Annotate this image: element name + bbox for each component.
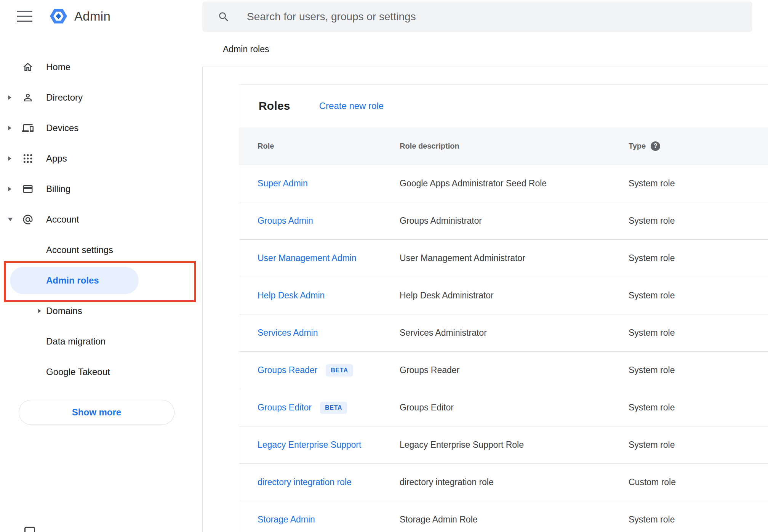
- column-header-type: Type ?: [629, 141, 768, 151]
- sidebar-item-data-migration[interactable]: Data migration: [0, 326, 202, 357]
- apps-icon: [22, 153, 34, 164]
- role-description: Google Apps Administrator Seed Role: [400, 178, 629, 189]
- role-link[interactable]: Help Desk Admin: [258, 290, 325, 301]
- role-description: Groups Reader: [400, 365, 629, 375]
- table-row: Services Admin Services Administrator Sy…: [239, 314, 768, 352]
- sidebar-item-label: Data migration: [46, 336, 106, 347]
- app-title: Admin: [74, 9, 110, 24]
- sidebar-item-label: Account: [46, 214, 79, 225]
- beta-badge: BETA: [326, 364, 353, 377]
- column-header-type-label: Type: [629, 142, 646, 151]
- search-input[interactable]: [247, 11, 666, 23]
- sidebar-nav: Home Directory Devices Apps Billing Acco…: [0, 52, 202, 387]
- sidebar-item-directory[interactable]: Directory: [0, 82, 202, 113]
- bottom-partial-icon: [24, 527, 35, 532]
- collapse-arrow-icon: [8, 218, 13, 221]
- content-area: Roles Create new role Role Role descript…: [202, 67, 768, 532]
- role-link[interactable]: Services Admin: [258, 328, 318, 338]
- table-row: Groups Admin Groups Administrator System…: [239, 202, 768, 240]
- devices-icon: [22, 122, 34, 134]
- role-type: System role: [629, 328, 768, 338]
- expand-arrow-icon: [8, 187, 11, 191]
- sidebar-item-google-takeout[interactable]: Google Takeout: [0, 357, 202, 387]
- role-description: Groups Editor: [400, 402, 629, 413]
- sidebar-item-apps[interactable]: Apps: [0, 143, 202, 174]
- sidebar-item-admin-roles[interactable]: Admin roles: [0, 265, 202, 296]
- sidebar: Admin Home Directory Devices Apps Billin…: [0, 0, 202, 532]
- breadcrumb-row: Admin roles: [202, 32, 768, 67]
- role-link[interactable]: directory integration role: [258, 477, 352, 487]
- role-type: System role: [629, 216, 768, 226]
- sidebar-item-account[interactable]: Account: [0, 204, 202, 235]
- sidebar-item-label: Billing: [46, 184, 70, 194]
- expand-arrow-icon: [38, 309, 41, 313]
- sidebar-item-label: Devices: [46, 123, 78, 133]
- beta-badge: BETA: [320, 402, 347, 414]
- person-icon: [22, 92, 34, 103]
- sidebar-item-label: Account settings: [46, 245, 113, 255]
- table-row: Legacy Enterprise Support Legacy Enterpr…: [239, 426, 768, 464]
- expand-arrow-icon: [8, 126, 11, 130]
- sidebar-item-label: Directory: [46, 92, 83, 103]
- role-type: System role: [629, 290, 768, 301]
- sidebar-item-label: Admin roles: [46, 275, 99, 286]
- role-description: directory integration role: [400, 477, 629, 487]
- role-type: System role: [629, 402, 768, 413]
- role-description: User Management Administrator: [400, 253, 629, 263]
- sidebar-item-home[interactable]: Home: [0, 52, 202, 82]
- role-type: System role: [629, 514, 768, 525]
- roles-card-header: Roles Create new role: [239, 85, 768, 127]
- role-type: System role: [629, 440, 768, 450]
- home-icon: [22, 61, 34, 73]
- role-type: Custom role: [629, 477, 768, 487]
- table-row: Super Admin Google Apps Administrator Se…: [239, 165, 768, 202]
- role-description: Help Desk Administrator: [400, 290, 629, 301]
- expand-arrow-icon: [8, 95, 11, 100]
- sidebar-item-label: Home: [46, 62, 70, 72]
- table-header-row: Role Role description Type ?: [239, 127, 768, 165]
- role-link[interactable]: Groups Editor: [258, 402, 312, 413]
- create-new-role-link[interactable]: Create new role: [319, 101, 384, 111]
- role-description: Services Administrator: [400, 328, 629, 338]
- search-bar[interactable]: [202, 2, 752, 32]
- role-link[interactable]: Super Admin: [258, 178, 308, 189]
- role-link[interactable]: User Management Admin: [258, 253, 357, 263]
- roles-card: Roles Create new role Role Role descript…: [239, 84, 768, 532]
- table-row: directory integration role directory int…: [239, 464, 768, 501]
- table-row: User Management Admin User Management Ad…: [239, 240, 768, 277]
- role-type: System role: [629, 253, 768, 263]
- role-link[interactable]: Storage Admin: [258, 514, 315, 525]
- role-link[interactable]: Groups Admin: [258, 216, 313, 226]
- table-row: Storage Admin Storage Admin Role System …: [239, 501, 768, 532]
- sidebar-item-label: Apps: [46, 153, 67, 164]
- roles-table-body: Super Admin Google Apps Administrator Se…: [239, 165, 768, 532]
- roles-title: Roles: [259, 99, 290, 112]
- sidebar-header: Admin: [0, 0, 202, 32]
- menu-icon[interactable]: [17, 11, 32, 22]
- column-header-role: Role: [258, 142, 400, 151]
- search-icon: [218, 11, 230, 23]
- expand-arrow-icon: [8, 156, 11, 161]
- sidebar-item-domains[interactable]: Domains: [0, 296, 202, 326]
- card-icon: [22, 183, 34, 195]
- sidebar-item-label: Domains: [46, 306, 82, 316]
- google-admin-console: Admin Home Directory Devices Apps Billin…: [0, 0, 768, 532]
- help-icon[interactable]: ?: [651, 141, 660, 151]
- sidebar-item-devices[interactable]: Devices: [0, 113, 202, 143]
- table-row: Groups Reader BETA Groups Reader System …: [239, 352, 768, 389]
- role-link[interactable]: Groups Reader: [258, 365, 317, 375]
- role-description: Legacy Enterprise Support Role: [400, 440, 629, 450]
- show-more-button[interactable]: Show more: [19, 400, 174, 425]
- sidebar-item-account-settings[interactable]: Account settings: [0, 235, 202, 265]
- role-type: System role: [629, 365, 768, 375]
- main-area: Admin roles Roles Create new role Role R…: [202, 0, 768, 532]
- admin-logo: Admin: [49, 7, 110, 26]
- table-row: Help Desk Admin Help Desk Administrator …: [239, 277, 768, 314]
- column-header-role-description: Role description: [400, 142, 629, 151]
- sidebar-item-billing[interactable]: Billing: [0, 174, 202, 204]
- at-icon: [22, 214, 34, 225]
- role-type: System role: [629, 178, 768, 189]
- role-link[interactable]: Legacy Enterprise Support: [258, 440, 361, 450]
- role-description: Groups Administrator: [400, 216, 629, 226]
- breadcrumb: Admin roles: [223, 44, 269, 54]
